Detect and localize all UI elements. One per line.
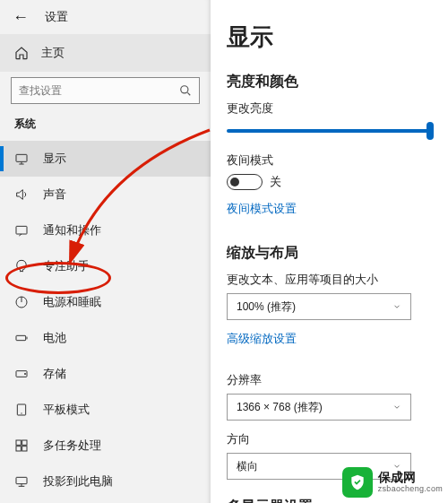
chevron-down-icon [392,302,401,311]
nav-label: 显示 [43,151,66,167]
svg-rect-11 [22,447,27,451]
nav-focus[interactable]: 专注助手 [0,248,211,284]
nav-label: 存储 [43,366,66,382]
svg-rect-1 [16,154,27,161]
search-input[interactable] [19,84,179,97]
nav-label: 电源和睡眠 [43,294,101,310]
svg-rect-8 [16,440,21,445]
svg-rect-12 [16,477,27,483]
power-icon [14,295,29,309]
slider-thumb[interactable] [426,122,434,140]
battery-icon [14,331,29,345]
search-icon [179,84,192,97]
night-label: 夜间模式 [227,152,432,169]
nav-multitask[interactable]: 多任务处理 [0,428,211,464]
tablet-icon [14,403,29,417]
advanced-scale-link[interactable]: 高级缩放设置 [227,331,297,347]
sound-icon [14,187,29,202]
page-title: 显示 [227,22,432,53]
nav-label: 平板模式 [43,402,90,418]
watermark: 保成网 zsbaocheng.com [342,467,443,498]
brightness-slider[interactable] [227,129,432,133]
res-value: 1366 × 768 (推荐) [237,400,323,415]
back-button[interactable]: ← [13,8,29,27]
nav-tablet[interactable]: 平板模式 [0,392,211,428]
brightness-label: 更改亮度 [227,100,432,117]
nav-share[interactable]: 体验共享 [0,499,211,503]
scale-value: 100% (推荐) [237,299,296,315]
svg-rect-2 [16,226,27,234]
nav-label: 通知和操作 [43,222,101,238]
nav-power[interactable]: 电源和睡眠 [0,284,211,320]
home-icon [14,46,29,60]
scale-label: 更改文本、应用等项目的大小 [227,272,432,288]
watermark-cn: 保成网 [378,471,443,484]
night-settings-link[interactable]: 夜间模式设置 [227,201,297,217]
orient-value: 横向 [237,459,258,474]
window-title: 设置 [45,9,68,25]
nav-notifications[interactable]: 通知和操作 [0,212,211,248]
nav-storage[interactable]: 存储 [0,356,211,392]
storage-icon [14,367,29,381]
nav-label: 多任务处理 [43,438,101,454]
svg-point-0 [181,86,188,93]
watermark-badge [342,467,373,498]
section-label: 系统 [0,113,211,141]
nav-label: 声音 [43,186,66,203]
svg-rect-4 [16,335,26,340]
notify-icon [14,223,29,238]
display-icon [14,152,29,166]
night-toggle[interactable] [227,174,263,190]
brightness-heading: 亮度和颜色 [227,73,432,91]
svg-point-6 [24,373,25,374]
focus-icon [14,259,29,273]
home-label: 主页 [41,45,65,61]
nav-battery[interactable]: 电池 [0,320,211,356]
multitask-icon [14,438,29,453]
nav-sound[interactable]: 声音 [0,177,211,212]
svg-rect-10 [16,447,21,451]
chevron-down-icon [392,403,401,412]
nav-label: 专注助手 [43,258,90,274]
scale-select[interactable]: 100% (推荐) [227,293,411,320]
nav-display[interactable]: 显示 [0,141,211,177]
scale-heading: 缩放与布局 [227,244,432,263]
home-nav[interactable]: 主页 [0,34,211,72]
res-label: 分辨率 [227,372,432,388]
nav-project[interactable]: 投影到此电脑 [0,464,211,499]
resolution-select[interactable]: 1366 × 768 (推荐) [227,394,411,421]
nav-label: 投影到此电脑 [43,473,113,490]
nav-label: 电池 [43,330,66,346]
orient-label: 方向 [227,431,432,447]
watermark-en: zsbaocheng.com [378,485,443,494]
project-icon [14,474,29,489]
content-pane: 显示 亮度和颜色 更改亮度 夜间模式 关 夜间模式设置 缩放与布局 更改文本、应… [211,0,448,503]
toggle-state: 关 [270,174,281,190]
multi-heading: 多显示器设置 [227,498,432,503]
shield-check-icon [349,473,366,491]
search-input-wrap[interactable] [11,77,200,104]
nav-list: 显示 声音 通知和操作 专注助手 电源和睡眠 电池 [0,141,211,503]
svg-rect-9 [22,440,27,445]
